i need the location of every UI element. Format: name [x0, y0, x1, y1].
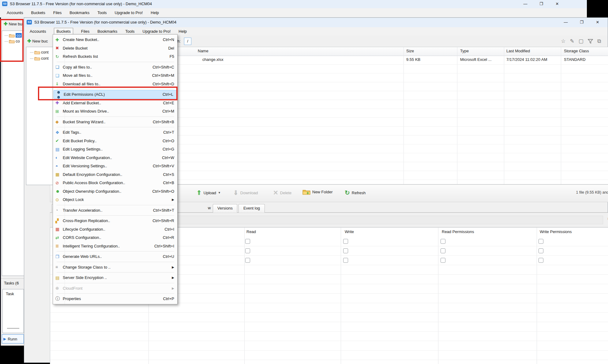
perm-col-write[interactable]: Write [345, 229, 354, 234]
menu-bookmarks[interactable]: Bookmarks [69, 10, 89, 15]
menu-item-delete-bucket[interactable]: ✖Delete BucketDel [53, 44, 177, 53]
menu-help[interactable]: Help [178, 29, 187, 34]
restore-icon[interactable]: ❐ [539, 2, 543, 6]
menu-item-edit-versioning-settings[interactable]: ◓Edit Versioning Settings..Ctrl+Shift+V [53, 162, 177, 170]
download-button[interactable]: ⇓ Download [233, 189, 258, 196]
edit-pencil-icon[interactable]: ✎ [570, 38, 574, 44]
menu-item-edit-bucket-policy[interactable]: ✔Edit Bucket Policy..Ctrl+O [53, 137, 177, 145]
copy-url-button[interactable]: ⧉ Copy [606, 215, 608, 223]
perm-checkbox-read[interactable] [245, 248, 250, 253]
menu-item-lifecycle-configuration[interactable]: ▦Lifecycle Configuration..Ctrl+I [53, 225, 177, 234]
menu-upgrade-to-pro-[interactable]: Upgrade to Pro! [115, 10, 143, 15]
menu-item-cors-configuration[interactable]: ⇄CORS Configuration..Ctrl+R [53, 233, 177, 242]
delete-button[interactable]: ✕ Delete [273, 189, 291, 196]
menu-item-label: CORS Configuration.. [63, 235, 163, 240]
menu-buckets[interactable]: Buckets [54, 28, 73, 35]
menu-item-move-all-files-to[interactable]: ❏Move all files to..Ctrl+Shift+M [53, 71, 177, 80]
column-storage-class[interactable]: Storage Class [564, 49, 589, 53]
menu-item-shortcut: Ctrl+Shift+D [152, 82, 174, 86]
perm-checkbox-read-permissions[interactable] [441, 248, 445, 253]
menu-item-label: Create New Bucket.. [63, 37, 163, 42]
minimize-icon[interactable]: — [523, 2, 527, 6]
menu-item-label: Edit Website Configuration.. [63, 155, 162, 160]
menu-item-generate-web-urls[interactable]: ❐Generate Web URLs..Ctrl+U [53, 252, 177, 261]
menu-buckets[interactable]: Buckets [31, 10, 45, 15]
tab-event-log[interactable]: Event log [238, 204, 265, 213]
menu-files[interactable]: Files [81, 29, 89, 34]
perm-col-write-permissions[interactable]: Write Permissions [540, 229, 572, 234]
menu-item-change-storage-class-to[interactable]: ≡Change Storage Class to ..▶ [53, 263, 177, 272]
perm-checkbox-write-permissions[interactable] [539, 248, 543, 253]
favorites-star-icon[interactable]: ☆ [561, 38, 565, 44]
menu-accounts[interactable]: Accounts [7, 10, 23, 15]
menu-item-edit-logging-settings[interactable]: ▤Edit Logging Settings..Ctrl+G [53, 145, 177, 154]
menu-item-shortcut: Ctrl+I [165, 227, 174, 232]
menu-item-create-new-bucket[interactable]: ✚Create New Bucket..Ctrl+N [53, 35, 177, 44]
tab-fragment[interactable]: w [208, 206, 211, 210]
menu-tools[interactable]: Tools [97, 10, 107, 15]
column-name[interactable]: Name [198, 49, 208, 53]
upload-button[interactable]: ⇑ Upload▼ [197, 189, 221, 196]
tree-item-bucket[interactable]: cont [30, 56, 54, 61]
menu-bookmarks[interactable]: Bookmarks [97, 29, 117, 34]
perm-checkbox-read-permissions[interactable] [441, 258, 445, 263]
menu-item-intelligent-tiering-configuration[interactable]: ≣Intelligent Tiering Configuration..Ctrl… [53, 242, 177, 251]
menu-item-label: Public Access Block Configuration.. [63, 180, 163, 185]
tab-versions[interactable]: Versions [213, 204, 237, 213]
column-size[interactable]: Size [406, 49, 414, 53]
menu-item-object-lock[interactable]: ⊙Object Lock▶ [53, 195, 177, 204]
menu-item-cross-region-replication[interactable]: ▞Cross-Region Replication..Ctrl+Shift+R [53, 217, 177, 225]
menu-item-object-ownership-configuration[interactable]: ☻Object Ownership Configuration..Ctrl+Sh… [53, 187, 177, 196]
minimize-icon[interactable]: — [564, 20, 568, 24]
menu-item-copy-all-files-to[interactable]: ❏Copy all files to..Ctrl+Shift+C [53, 63, 177, 72]
block-icon: ⊘ [55, 180, 63, 185]
perm-checkbox-read[interactable] [245, 258, 250, 263]
perm-col-read-permissions[interactable]: Read Permissions [442, 229, 474, 234]
perm-checkbox-write-permissions[interactable] [539, 258, 543, 263]
menu-item-mount-as-windows-drive[interactable]: ⊞Mount as Windows Drive..Ctrl+M [53, 107, 177, 116]
menu-item-cloudfront[interactable]: ⊕CloudFront▶ [53, 284, 177, 293]
menu-upgrade-to-pro-[interactable]: Upgrade to Pro! [143, 29, 171, 34]
menu-help[interactable]: Help [151, 10, 159, 15]
menu-item-edit-tags[interactable]: ❖Edit Tags..Ctrl+T [53, 128, 177, 137]
menu-item-public-access-block-configuration[interactable]: ⊘Public Access Block Configuration..Ctrl… [53, 179, 177, 187]
close-icon[interactable]: ✕ [555, 2, 559, 6]
menu-item-label: Intelligent Tiering Configuration.. [63, 244, 154, 248]
column-type[interactable]: Type [460, 49, 469, 53]
close-icon[interactable]: ✕ [595, 20, 600, 24]
menu-item-properties[interactable]: ⓘPropertiesCtrl+P [53, 295, 177, 303]
menu-item-server-side-encryption[interactable]: ▤Server Side Encryption ..▶ [53, 273, 177, 282]
menu-tools[interactable]: Tools [125, 29, 134, 34]
perm-checkbox-write[interactable] [343, 239, 348, 244]
menu-files[interactable]: Files [53, 10, 62, 15]
menu-separator [57, 117, 174, 117]
perm-checkbox-read[interactable] [245, 239, 250, 244]
perm-checkbox-write[interactable] [343, 248, 348, 253]
refresh-button[interactable]: ↻ Refresh [345, 189, 366, 196]
run-tasks-button[interactable]: ▶ Runn [2, 334, 24, 344]
perm-checkbox-write[interactable] [343, 258, 348, 263]
new-folder-button[interactable]: + New Folder [302, 189, 332, 195]
perm-checkbox-write-permissions[interactable] [539, 239, 543, 244]
copy-pages-icon[interactable]: ⧉ [597, 38, 601, 44]
menu-accounts[interactable]: Accounts [30, 29, 46, 34]
restore-icon[interactable]: ❐ [580, 20, 584, 24]
menu-item-transfer-acceleration[interactable]: ◔Transfer Acceleration..Ctrl+Shift+T [53, 206, 177, 215]
perm-col-read[interactable]: Read [246, 229, 256, 234]
menu-item-bucket-sharing-wizard[interactable]: ◆Bucket Sharing Wizard..Ctrl+Shift+B [53, 118, 177, 126]
submenu-arrow-icon: ▶ [172, 287, 174, 290]
path-input[interactable]: / [184, 38, 191, 45]
h-scrollbar[interactable] [7, 328, 19, 329]
tree-item-bucket[interactable]: cont [30, 50, 54, 55]
inner-new-bucket-button[interactable]: ✚ New buc [27, 38, 48, 44]
perm-checkbox-read-permissions[interactable] [441, 239, 445, 244]
filter-funnel-icon[interactable] [588, 39, 593, 44]
outer-tasks-panel: Task [2, 289, 24, 333]
menu-item-default-encryption-configuration[interactable]: ▦Default Encryption Configuration..Ctrl+… [53, 170, 177, 179]
column-last-modified[interactable]: Last Modified [506, 49, 530, 53]
menu-item-label: Server Side Encryption .. [63, 275, 172, 280]
menu-item-edit-website-configuration[interactable]: ◐Edit Website Configuration..Ctrl+W [53, 154, 177, 162]
menu-item-refresh-buckets-list[interactable]: ↻Refresh Buckets listF5 [53, 52, 177, 61]
move-files-icon: ❏ [55, 73, 63, 78]
preview-panel-icon[interactable]: ▢ [579, 38, 584, 44]
